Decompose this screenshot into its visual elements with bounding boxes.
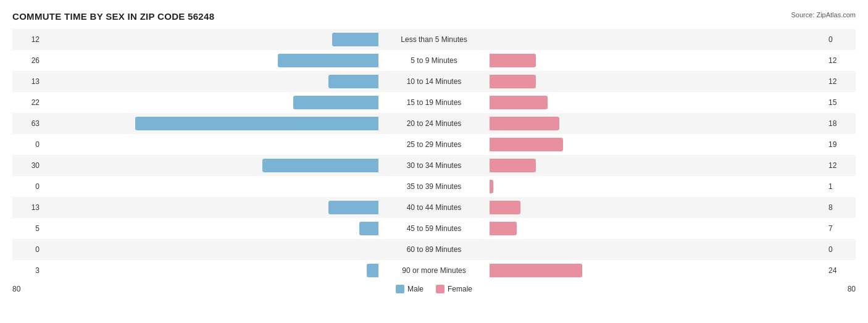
table-row: 13 40 to 44 Minutes 8 bbox=[12, 197, 856, 218]
bar-left-container bbox=[43, 33, 378, 46]
bar-left-container bbox=[43, 222, 378, 235]
right-value: 7 bbox=[825, 224, 856, 233]
chart-legend: Male Female bbox=[43, 285, 825, 293]
bar-left-container bbox=[43, 180, 378, 193]
bars-center: 25 to 29 Minutes bbox=[43, 134, 825, 155]
table-row: 0 25 to 29 Minutes 19 bbox=[12, 134, 856, 155]
left-value: 0 bbox=[12, 182, 43, 191]
left-value: 3 bbox=[12, 266, 43, 275]
bars-center: 30 to 34 Minutes bbox=[43, 155, 825, 176]
left-value: 0 bbox=[12, 140, 43, 149]
bar-male bbox=[278, 54, 378, 67]
table-row: 12 Less than 5 Minutes 0 bbox=[12, 29, 856, 50]
bars-center: Less than 5 Minutes bbox=[43, 29, 825, 50]
bar-right-container bbox=[490, 138, 825, 151]
table-row: 5 45 to 59 Minutes 7 bbox=[12, 218, 856, 239]
bar-right-container bbox=[490, 180, 825, 193]
row-label: 60 to 89 Minutes bbox=[378, 245, 490, 254]
chart-footer: 80 Male Female 80 bbox=[12, 285, 856, 293]
left-value: 12 bbox=[12, 35, 43, 44]
bar-male bbox=[293, 96, 378, 109]
bar-female bbox=[490, 96, 548, 109]
bar-right-container bbox=[490, 159, 825, 172]
left-value: 0 bbox=[12, 245, 43, 254]
left-value: 5 bbox=[12, 224, 43, 233]
right-value: 0 bbox=[825, 245, 856, 254]
row-label: 40 to 44 Minutes bbox=[378, 203, 490, 212]
bars-center: 5 to 9 Minutes bbox=[43, 50, 825, 71]
right-value: 0 bbox=[825, 35, 856, 44]
bar-female bbox=[490, 138, 563, 151]
bars-center: 35 to 39 Minutes bbox=[43, 176, 825, 197]
bar-female bbox=[490, 201, 520, 214]
bar-male bbox=[367, 264, 378, 277]
right-value: 1 bbox=[825, 182, 856, 191]
chart-area: 12 Less than 5 Minutes 0 26 5 to 9 Minut… bbox=[12, 29, 856, 281]
right-value: 19 bbox=[825, 140, 856, 149]
bar-left-container bbox=[43, 138, 378, 151]
footer-left-axis: 80 bbox=[12, 285, 43, 293]
bar-left-container bbox=[43, 54, 378, 67]
bar-left-container bbox=[43, 75, 378, 88]
bar-right-container bbox=[490, 54, 825, 67]
table-row: 26 5 to 9 Minutes 12 bbox=[12, 50, 856, 71]
row-label: Less than 5 Minutes bbox=[378, 35, 490, 44]
bars-center: 40 to 44 Minutes bbox=[43, 197, 825, 218]
bar-right-container bbox=[490, 222, 825, 235]
legend-female: Female bbox=[436, 285, 472, 293]
left-value: 63 bbox=[12, 119, 43, 128]
left-value: 13 bbox=[12, 203, 43, 212]
bars-center: 20 to 24 Minutes bbox=[43, 113, 825, 134]
legend-male-box bbox=[396, 285, 404, 293]
table-row: 30 30 to 34 Minutes 12 bbox=[12, 155, 856, 176]
bar-female bbox=[490, 180, 493, 193]
bar-male bbox=[328, 201, 378, 214]
legend-female-label: Female bbox=[448, 285, 472, 293]
bar-female bbox=[490, 159, 536, 172]
bars-center: 60 to 89 Minutes bbox=[43, 239, 825, 260]
right-value: 18 bbox=[825, 119, 856, 128]
footer-right-axis: 80 bbox=[825, 285, 856, 293]
chart-title: COMMUTE TIME BY SEX IN ZIP CODE 56248 bbox=[12, 11, 856, 22]
row-label: 25 to 29 Minutes bbox=[378, 140, 490, 149]
right-value: 12 bbox=[825, 77, 856, 86]
bar-male bbox=[135, 117, 378, 130]
bar-right-container bbox=[490, 243, 825, 256]
bar-left-container bbox=[43, 243, 378, 256]
bar-female bbox=[490, 117, 559, 130]
row-label: 30 to 34 Minutes bbox=[378, 161, 490, 170]
legend-female-box bbox=[436, 285, 444, 293]
table-row: 0 35 to 39 Minutes 1 bbox=[12, 176, 856, 197]
bar-right-container bbox=[490, 75, 825, 88]
bar-right-container bbox=[490, 117, 825, 130]
row-label: 10 to 14 Minutes bbox=[378, 77, 490, 86]
bar-male bbox=[332, 33, 378, 46]
left-value: 22 bbox=[12, 98, 43, 107]
left-value: 26 bbox=[12, 56, 43, 65]
bar-male bbox=[328, 75, 378, 88]
bar-female bbox=[490, 264, 582, 277]
bars-center: 45 to 59 Minutes bbox=[43, 218, 825, 239]
bar-female bbox=[490, 54, 536, 67]
bar-male bbox=[262, 159, 378, 172]
bars-center: 90 or more Minutes bbox=[43, 260, 825, 281]
bar-female bbox=[490, 75, 536, 88]
bar-left-container bbox=[43, 201, 378, 214]
right-value: 15 bbox=[825, 98, 856, 107]
bar-right-container bbox=[490, 33, 825, 46]
table-row: 13 10 to 14 Minutes 12 bbox=[12, 71, 856, 92]
bar-right-container bbox=[490, 201, 825, 214]
right-value: 12 bbox=[825, 161, 856, 170]
row-label: 45 to 59 Minutes bbox=[378, 224, 490, 233]
table-row: 22 15 to 19 Minutes 15 bbox=[12, 92, 856, 113]
table-row: 3 90 or more Minutes 24 bbox=[12, 260, 856, 281]
legend-male-label: Male bbox=[407, 285, 424, 293]
bar-right-container bbox=[490, 96, 825, 109]
row-label: 20 to 24 Minutes bbox=[378, 119, 490, 128]
left-value: 30 bbox=[12, 161, 43, 170]
table-row: 0 60 to 89 Minutes 0 bbox=[12, 239, 856, 260]
bar-male bbox=[359, 222, 378, 235]
bar-right-container bbox=[490, 264, 825, 277]
row-label: 90 or more Minutes bbox=[378, 266, 490, 275]
right-value: 24 bbox=[825, 266, 856, 275]
